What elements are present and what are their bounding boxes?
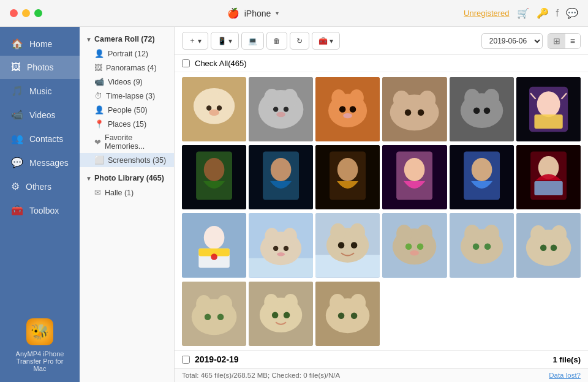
photo-thumb-6[interactable] [516,77,581,141]
photo-thumb-3[interactable] [315,77,380,141]
content-toolbar: ＋ ▾ 📱 ▾ 💻 🗑 ↻ 🧰 ▾ [175,27,588,55]
sidebar-item-photos[interactable]: 🖼 Photos [0,56,80,79]
photo-thumb-20[interactable] [249,282,313,346]
refresh-button[interactable]: ↻ [290,32,309,50]
tree-item-timelapse-label: Time-lapse (3) [106,92,155,100]
tree-item-halle[interactable]: ✉ Halle (1) [80,185,174,200]
tree-item-places[interactable]: 📍 Places (15) [80,117,174,131]
tree-item-people-label: People (50) [108,106,148,114]
chat-icon[interactable]: 💬 [566,7,578,19]
add-button[interactable]: ＋ ▾ [182,32,208,50]
messages-icon: 💬 [11,157,23,168]
photo-thumb-11[interactable] [450,145,514,209]
svg-point-3 [216,92,228,107]
import-chevron-icon: ▾ [228,37,232,45]
photo-group-row4 [182,282,581,346]
facebook-icon[interactable]: f [556,8,559,19]
tree-item-favorites[interactable]: ❤ Favorite Memories... [80,131,174,153]
camera-roll-header[interactable]: ▼ Camera Roll (72) [80,32,174,47]
svg-point-59 [204,226,225,249]
close-button[interactable] [10,9,18,17]
list-view-button[interactable]: ≡ [565,34,580,48]
tree-item-people[interactable]: 👤 People (50) [80,103,174,117]
tools-button[interactable]: 🧰 ▾ [312,32,340,50]
sidebar-item-home[interactable]: 🏠 Home [0,32,80,56]
photo-thumb-17[interactable] [450,213,514,277]
add-icon: ＋ [189,36,196,46]
tools-icon: 🧰 [318,37,328,45]
svg-point-69 [284,246,288,251]
tree-item-screenshots-label: Screenshots (35) [108,156,166,165]
tree-item-screenshots[interactable]: ⬜ Screenshots (35) [80,153,174,167]
file-tree: ▼ Camera Roll (72) 👤 Portrait (12) 🖼 Pan… [80,27,175,382]
chevron-down-icon[interactable]: ▾ [276,10,279,17]
status-bar: Total: 465 file(s)/268.52 MB; Checked: 0… [175,368,588,382]
contacts-icon: 👥 [11,133,23,144]
photo-thumb-10[interactable] [382,145,447,209]
photo-thumb-2[interactable] [249,77,313,141]
sidebar-item-contacts[interactable]: 👥 Contacts [0,127,80,151]
titlebar-right: Unregistered 🛒 🔑 f 💬 [464,7,578,19]
photo-thumb-19[interactable] [182,282,246,346]
sidebar-item-toolbox-label: Toolbox [29,206,59,215]
tree-item-portrait[interactable]: 👤 Portrait (12) [80,47,174,61]
sidebar-item-messages[interactable]: 💬 Messages [0,151,80,174]
minimize-button[interactable] [22,9,30,17]
tree-item-panoramas[interactable]: 🖼 Panoramas (4) [80,61,174,75]
photo-thumb-7[interactable] [182,145,246,209]
toolbar-right: 2019-06-06 2019-02-19 ⊞ ≡ [481,33,581,49]
import-button[interactable]: 📱 ▾ [211,32,239,50]
sidebar-item-others[interactable]: ⚙ Others [0,174,80,198]
sidebar: 🏠 Home 🖼 Photos 🎵 Music 📹 Videos 👥 Conta… [0,27,80,382]
photo-library-header[interactable]: ▼ Photo Library (465) [80,171,174,185]
photo-thumb-9[interactable] [315,145,380,209]
photo-thumb-14[interactable] [249,213,313,277]
tree-item-timelapse[interactable]: ⏱ Time-lapse (3) [80,89,174,103]
unregistered-link[interactable]: Unregistered [464,9,509,18]
photo-thumb-18[interactable] [516,213,581,277]
delete-button[interactable]: 🗑 [266,32,287,50]
svg-point-83 [417,244,424,250]
svg-rect-57 [534,181,562,195]
sidebar-item-videos-label: Videos [29,110,56,120]
check-all-row: Check All(465) [175,55,588,72]
date-select[interactable]: 2019-06-06 2019-02-19 [481,33,543,49]
maximize-button[interactable] [34,9,42,17]
date-section-checkbox[interactable] [182,356,190,364]
grid-view-button[interactable]: ⊞ [548,34,565,48]
photo-thumb-4[interactable] [382,77,447,141]
camera-roll-arrow-icon: ▼ [86,36,92,43]
svg-point-6 [217,105,222,110]
svg-point-102 [217,313,224,320]
svg-point-70 [277,252,285,256]
key-icon[interactable]: 🔑 [537,7,549,19]
photo-thumb-15[interactable] [315,213,380,277]
photo-thumb-24-empty [516,282,581,346]
photo-thumb-12[interactable] [516,145,581,209]
svg-point-95 [540,245,547,252]
export-button[interactable]: 💻 [241,32,264,50]
sidebar-item-videos[interactable]: 📹 Videos [0,103,80,127]
photo-thumb-5[interactable] [450,77,514,141]
photo-thumb-1[interactable] [182,77,246,141]
check-all-checkbox[interactable] [182,59,190,67]
data-lost-link[interactable]: Data lost? [549,372,581,379]
tree-item-videos[interactable]: 📹 Videos (9) [80,75,174,89]
videos-icon: 📹 [11,109,23,121]
cart-icon[interactable]: 🛒 [517,7,529,19]
photo-thumb-16[interactable] [382,213,447,277]
photo-thumb-21[interactable] [315,282,380,346]
refresh-icon: ↻ [296,37,303,45]
svg-point-47 [337,158,358,181]
photo-grid-container[interactable] [175,72,588,350]
svg-point-94 [551,225,567,243]
photo-thumb-13[interactable] [182,213,246,277]
svg-point-99 [196,295,211,313]
photo-grid-row4 [182,282,581,346]
sidebar-item-music[interactable]: 🎵 Music [0,79,80,103]
svg-point-89 [473,244,480,250]
sidebar-item-toolbox[interactable]: 🧰 Toolbox [0,198,80,222]
photo-thumb-8[interactable] [249,145,313,209]
svg-point-4 [209,110,219,116]
app-logo: 🐝 [26,318,53,345]
